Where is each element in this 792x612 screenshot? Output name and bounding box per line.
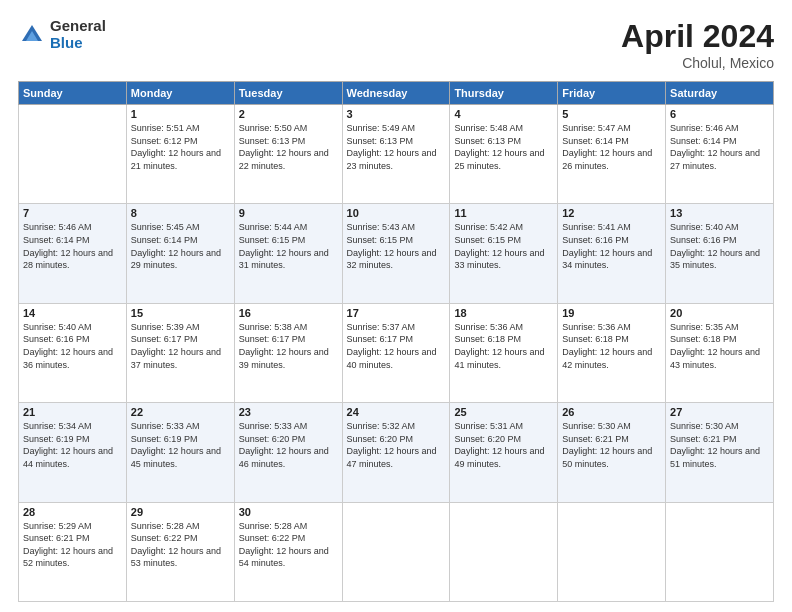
day-number: 5: [562, 108, 661, 120]
logo-text: General Blue: [50, 18, 106, 51]
day-info: Sunrise: 5:36 AM Sunset: 6:18 PM Dayligh…: [454, 321, 553, 371]
header: General Blue April 2024 Cholul, Mexico: [18, 18, 774, 71]
logo-general: General: [50, 18, 106, 35]
header-row: SundayMondayTuesdayWednesdayThursdayFrid…: [19, 82, 774, 105]
day-info: Sunrise: 5:40 AM Sunset: 6:16 PM Dayligh…: [670, 221, 769, 271]
day-cell: 5Sunrise: 5:47 AM Sunset: 6:14 PM Daylig…: [558, 105, 666, 204]
day-cell: [342, 502, 450, 601]
day-number: 27: [670, 406, 769, 418]
day-info: Sunrise: 5:28 AM Sunset: 6:22 PM Dayligh…: [131, 520, 230, 570]
day-info: Sunrise: 5:40 AM Sunset: 6:16 PM Dayligh…: [23, 321, 122, 371]
day-cell: 29Sunrise: 5:28 AM Sunset: 6:22 PM Dayli…: [126, 502, 234, 601]
day-cell: 27Sunrise: 5:30 AM Sunset: 6:21 PM Dayli…: [666, 403, 774, 502]
day-cell: 24Sunrise: 5:32 AM Sunset: 6:20 PM Dayli…: [342, 403, 450, 502]
day-info: Sunrise: 5:34 AM Sunset: 6:19 PM Dayligh…: [23, 420, 122, 470]
day-info: Sunrise: 5:47 AM Sunset: 6:14 PM Dayligh…: [562, 122, 661, 172]
day-number: 26: [562, 406, 661, 418]
day-cell: 11Sunrise: 5:42 AM Sunset: 6:15 PM Dayli…: [450, 204, 558, 303]
day-cell: 3Sunrise: 5:49 AM Sunset: 6:13 PM Daylig…: [342, 105, 450, 204]
header-cell-tuesday: Tuesday: [234, 82, 342, 105]
day-cell: 8Sunrise: 5:45 AM Sunset: 6:14 PM Daylig…: [126, 204, 234, 303]
day-cell: 4Sunrise: 5:48 AM Sunset: 6:13 PM Daylig…: [450, 105, 558, 204]
day-info: Sunrise: 5:41 AM Sunset: 6:16 PM Dayligh…: [562, 221, 661, 271]
header-cell-friday: Friday: [558, 82, 666, 105]
day-number: 20: [670, 307, 769, 319]
title-month: April 2024: [621, 18, 774, 55]
day-info: Sunrise: 5:46 AM Sunset: 6:14 PM Dayligh…: [23, 221, 122, 271]
day-cell: 23Sunrise: 5:33 AM Sunset: 6:20 PM Dayli…: [234, 403, 342, 502]
day-cell: 20Sunrise: 5:35 AM Sunset: 6:18 PM Dayli…: [666, 303, 774, 402]
day-info: Sunrise: 5:31 AM Sunset: 6:20 PM Dayligh…: [454, 420, 553, 470]
day-number: 6: [670, 108, 769, 120]
title-block: April 2024 Cholul, Mexico: [621, 18, 774, 71]
day-cell: 9Sunrise: 5:44 AM Sunset: 6:15 PM Daylig…: [234, 204, 342, 303]
day-cell: 1Sunrise: 5:51 AM Sunset: 6:12 PM Daylig…: [126, 105, 234, 204]
day-number: 30: [239, 506, 338, 518]
day-info: Sunrise: 5:44 AM Sunset: 6:15 PM Dayligh…: [239, 221, 338, 271]
day-info: Sunrise: 5:36 AM Sunset: 6:18 PM Dayligh…: [562, 321, 661, 371]
day-number: 16: [239, 307, 338, 319]
day-number: 22: [131, 406, 230, 418]
day-number: 13: [670, 207, 769, 219]
day-cell: 28Sunrise: 5:29 AM Sunset: 6:21 PM Dayli…: [19, 502, 127, 601]
week-row-2: 7Sunrise: 5:46 AM Sunset: 6:14 PM Daylig…: [19, 204, 774, 303]
logo: General Blue: [18, 18, 106, 51]
day-cell: 15Sunrise: 5:39 AM Sunset: 6:17 PM Dayli…: [126, 303, 234, 402]
day-info: Sunrise: 5:35 AM Sunset: 6:18 PM Dayligh…: [670, 321, 769, 371]
day-info: Sunrise: 5:49 AM Sunset: 6:13 PM Dayligh…: [347, 122, 446, 172]
week-row-4: 21Sunrise: 5:34 AM Sunset: 6:19 PM Dayli…: [19, 403, 774, 502]
day-cell: 19Sunrise: 5:36 AM Sunset: 6:18 PM Dayli…: [558, 303, 666, 402]
day-number: 8: [131, 207, 230, 219]
day-info: Sunrise: 5:48 AM Sunset: 6:13 PM Dayligh…: [454, 122, 553, 172]
day-info: Sunrise: 5:30 AM Sunset: 6:21 PM Dayligh…: [562, 420, 661, 470]
day-number: 25: [454, 406, 553, 418]
day-number: 4: [454, 108, 553, 120]
day-number: 11: [454, 207, 553, 219]
day-info: Sunrise: 5:33 AM Sunset: 6:20 PM Dayligh…: [239, 420, 338, 470]
day-info: Sunrise: 5:33 AM Sunset: 6:19 PM Dayligh…: [131, 420, 230, 470]
day-cell: 18Sunrise: 5:36 AM Sunset: 6:18 PM Dayli…: [450, 303, 558, 402]
day-info: Sunrise: 5:43 AM Sunset: 6:15 PM Dayligh…: [347, 221, 446, 271]
day-number: 29: [131, 506, 230, 518]
day-number: 12: [562, 207, 661, 219]
logo-icon: [18, 21, 46, 49]
week-row-1: 1Sunrise: 5:51 AM Sunset: 6:12 PM Daylig…: [19, 105, 774, 204]
day-number: 24: [347, 406, 446, 418]
day-number: 14: [23, 307, 122, 319]
day-cell: [19, 105, 127, 204]
day-info: Sunrise: 5:28 AM Sunset: 6:22 PM Dayligh…: [239, 520, 338, 570]
day-cell: 12Sunrise: 5:41 AM Sunset: 6:16 PM Dayli…: [558, 204, 666, 303]
day-cell: 22Sunrise: 5:33 AM Sunset: 6:19 PM Dayli…: [126, 403, 234, 502]
day-cell: 30Sunrise: 5:28 AM Sunset: 6:22 PM Dayli…: [234, 502, 342, 601]
day-cell: 17Sunrise: 5:37 AM Sunset: 6:17 PM Dayli…: [342, 303, 450, 402]
day-info: Sunrise: 5:39 AM Sunset: 6:17 PM Dayligh…: [131, 321, 230, 371]
day-cell: 14Sunrise: 5:40 AM Sunset: 6:16 PM Dayli…: [19, 303, 127, 402]
day-cell: 6Sunrise: 5:46 AM Sunset: 6:14 PM Daylig…: [666, 105, 774, 204]
title-location: Cholul, Mexico: [621, 55, 774, 71]
day-number: 21: [23, 406, 122, 418]
day-number: 1: [131, 108, 230, 120]
day-info: Sunrise: 5:42 AM Sunset: 6:15 PM Dayligh…: [454, 221, 553, 271]
header-cell-monday: Monday: [126, 82, 234, 105]
day-number: 23: [239, 406, 338, 418]
header-cell-thursday: Thursday: [450, 82, 558, 105]
day-info: Sunrise: 5:51 AM Sunset: 6:12 PM Dayligh…: [131, 122, 230, 172]
day-cell: 13Sunrise: 5:40 AM Sunset: 6:16 PM Dayli…: [666, 204, 774, 303]
day-info: Sunrise: 5:30 AM Sunset: 6:21 PM Dayligh…: [670, 420, 769, 470]
day-number: 28: [23, 506, 122, 518]
header-cell-wednesday: Wednesday: [342, 82, 450, 105]
day-info: Sunrise: 5:38 AM Sunset: 6:17 PM Dayligh…: [239, 321, 338, 371]
week-row-3: 14Sunrise: 5:40 AM Sunset: 6:16 PM Dayli…: [19, 303, 774, 402]
day-number: 9: [239, 207, 338, 219]
day-number: 15: [131, 307, 230, 319]
day-info: Sunrise: 5:37 AM Sunset: 6:17 PM Dayligh…: [347, 321, 446, 371]
day-cell: 10Sunrise: 5:43 AM Sunset: 6:15 PM Dayli…: [342, 204, 450, 303]
day-cell: [558, 502, 666, 601]
day-cell: 26Sunrise: 5:30 AM Sunset: 6:21 PM Dayli…: [558, 403, 666, 502]
day-cell: 25Sunrise: 5:31 AM Sunset: 6:20 PM Dayli…: [450, 403, 558, 502]
day-number: 19: [562, 307, 661, 319]
day-number: 3: [347, 108, 446, 120]
day-number: 18: [454, 307, 553, 319]
day-info: Sunrise: 5:46 AM Sunset: 6:14 PM Dayligh…: [670, 122, 769, 172]
day-cell: [450, 502, 558, 601]
